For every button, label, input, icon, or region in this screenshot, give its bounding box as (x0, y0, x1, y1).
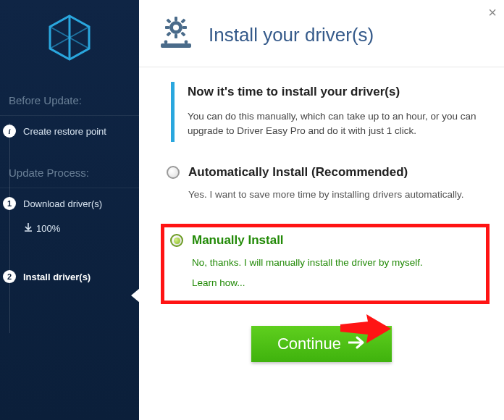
step-label: Create restore point (23, 126, 106, 137)
option-title: Automatically Install (Recommended) (188, 165, 408, 180)
intro-box: Now it's time to install your driver(s) … (171, 82, 490, 142)
step-install-drivers: 2 Install driver(s) (0, 261, 139, 292)
svg-point-13 (173, 25, 179, 30)
page-title: Install your driver(s) (209, 24, 374, 46)
option-manual-install[interactable]: Manually Install No, thanks. I will manu… (161, 224, 490, 304)
svg-rect-7 (165, 26, 169, 29)
radio-checked-icon[interactable] (170, 234, 183, 247)
gear-install-icon (156, 16, 196, 54)
app-logo (0, 14, 139, 64)
intro-body: You can do this manually, which can take… (188, 109, 482, 139)
svg-rect-11 (166, 31, 171, 36)
option-title: Manually Install (192, 233, 284, 248)
step-create-restore-point: i Create restore point (0, 116, 139, 146)
install-options: Automatically Install (Recommended) Yes.… (139, 159, 504, 305)
step-number-1: 1 (3, 197, 16, 210)
step-number-2: 2 (3, 270, 16, 283)
sidebar: Before Update: i Create restore point Up… (0, 0, 139, 420)
svg-point-16 (185, 41, 188, 44)
progress-value: 100% (36, 223, 60, 234)
svg-rect-8 (182, 26, 187, 29)
step-download-drivers: 1 Download driver(s) (0, 188, 139, 219)
learn-how-link[interactable]: Learn how... (192, 275, 245, 291)
svg-rect-14 (161, 43, 191, 48)
continue-label: Continue (277, 335, 341, 353)
close-button[interactable]: × (488, 4, 497, 21)
page-header: Install your driver(s) (139, 0, 504, 67)
svg-rect-12 (180, 31, 185, 36)
intro-heading: Now it's time to install your driver(s) (188, 85, 482, 99)
annotation-red-arrow (340, 314, 391, 346)
svg-point-15 (164, 41, 168, 44)
download-arrow-icon (25, 223, 32, 234)
radio-unchecked-icon[interactable] (167, 166, 180, 179)
sidebar-section-process: Update Process: (0, 158, 139, 188)
option-auto-install[interactable]: Automatically Install (Recommended) Yes.… (161, 159, 490, 213)
svg-rect-9 (166, 18, 171, 23)
svg-rect-5 (175, 17, 177, 21)
download-progress: 100% (0, 219, 139, 238)
sidebar-section-before: Before Update: (0, 85, 139, 116)
svg-marker-17 (340, 314, 391, 343)
continue-wrap: Continue (139, 326, 504, 362)
step-label: Download driver(s) (23, 198, 102, 209)
svg-rect-6 (175, 34, 177, 38)
option-subtitle: No, thanks. I will manually install the … (170, 248, 479, 293)
app-window: Before Update: i Create restore point Up… (0, 0, 504, 420)
cube-logo-icon (49, 14, 91, 61)
info-icon: i (3, 125, 16, 138)
svg-rect-10 (180, 18, 185, 23)
option-subtitle: Yes. I want to save more time by install… (167, 180, 482, 206)
sidebar-connector-line (9, 123, 10, 333)
step-label: Install driver(s) (23, 272, 91, 282)
main-panel: × (139, 0, 504, 420)
